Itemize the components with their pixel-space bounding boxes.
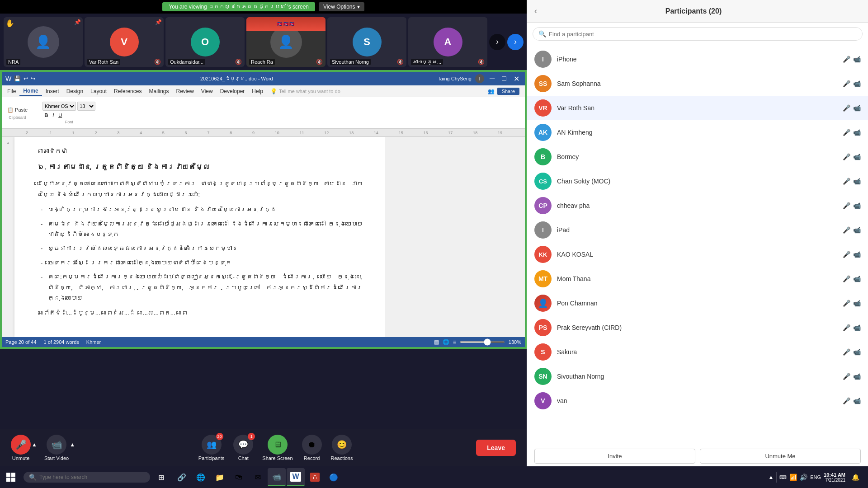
unmute-btn[interactable]: 🎤 Unmute bbox=[11, 435, 31, 461]
participant-row-van[interactable]: V van 🎤 📹 bbox=[527, 389, 868, 413]
participant-row-sivouthan[interactable]: SN Sivouthan Norng 🎤 📹 bbox=[527, 364, 868, 389]
participant-row-ankimheng[interactable]: AK AN Kimheng 🎤 📹 bbox=[527, 120, 868, 145]
participants-btn[interactable]: 👥 20 Participants bbox=[198, 435, 224, 461]
zoom-slider[interactable] bbox=[460, 341, 505, 343]
taskbar-store-btn[interactable]: 🛍 bbox=[230, 468, 248, 486]
participant-thumb-oukdamsidar[interactable]: O Oukdamsidar... 🔇 bbox=[165, 17, 245, 67]
collapse-panel-btn[interactable]: ‹ bbox=[534, 6, 537, 16]
taskbar-files-btn[interactable]: 📁 bbox=[211, 468, 229, 486]
participant-thumb-varrothsan[interactable]: V Var Roth San 🔇 📌 bbox=[85, 17, 164, 67]
taskbar-word-btn[interactable]: W bbox=[287, 468, 305, 486]
word-icon-taskbar: W bbox=[290, 472, 301, 482]
participant-row-ipad[interactable]: I iPad 🎤 📹 bbox=[527, 218, 868, 242]
start-video-btn[interactable]: 📹 Start Video bbox=[44, 435, 69, 461]
view-options-btn[interactable]: View Options ▾ bbox=[319, 2, 364, 11]
unmute-chevron[interactable]: ▲ bbox=[32, 441, 37, 454]
taskbar-khmer-btn[interactable]: ក bbox=[306, 468, 324, 486]
font-size-select[interactable]: 13 bbox=[77, 102, 95, 111]
word-minimize-btn[interactable]: ─ bbox=[488, 75, 496, 83]
participant-row-kaokosal[interactable]: KK KAO KOSAL 🎤 📹 bbox=[527, 242, 868, 267]
view-mode-web[interactable]: 🌐 bbox=[443, 339, 449, 345]
mic-off-icon-kk: 🎤 bbox=[843, 251, 850, 258]
volume-icon[interactable]: 🔊 bbox=[800, 474, 807, 481]
camera-off-icon-pc: 📹 bbox=[853, 300, 861, 307]
participant-row-chheav[interactable]: CP chheav pha 🎤 📹 bbox=[527, 193, 868, 218]
menu-help[interactable]: Help bbox=[248, 87, 267, 95]
next-participants-btn[interactable]: › bbox=[489, 34, 505, 50]
expand-tray-icon[interactable]: ▲ bbox=[768, 474, 774, 480]
task-view-btn[interactable]: ⊞ bbox=[152, 468, 170, 486]
network-icon[interactable]: 📶 bbox=[789, 474, 797, 481]
participant-avatar-v: V bbox=[534, 392, 552, 409]
menu-references[interactable]: References bbox=[110, 87, 145, 95]
word-redo[interactable]: ↪ bbox=[31, 75, 35, 82]
participant-name-v: van bbox=[557, 397, 843, 404]
mic-off-icon-cp: 🎤 bbox=[843, 202, 850, 209]
participant-thumb-nra[interactable]: 👤 NRA ✋ 📌 bbox=[4, 17, 83, 67]
participant-row-ponchamnan[interactable]: 👤 Pon Chamnan 🎤 📹 bbox=[527, 291, 868, 315]
bold-btn[interactable]: B bbox=[42, 112, 50, 118]
reactions-btn[interactable]: 😊 Reactions bbox=[331, 435, 353, 461]
participant-search-input[interactable] bbox=[549, 31, 857, 38]
participant-row-momthana[interactable]: MT Mom Thana 🎤 📹 bbox=[527, 267, 868, 291]
participant-avatar-ipad: I bbox=[534, 221, 552, 239]
taskbar-links-btn[interactable]: 🔗 bbox=[173, 468, 191, 486]
participant-row-iphone[interactable]: I iPhone 🎤 📹 bbox=[527, 47, 868, 71]
zoom-toolbar: 🎤 Unmute ▲ 📹 Start Video ▲ 👥 20 Particip… bbox=[0, 429, 527, 466]
participant-row-sakura[interactable]: S Sakura 🎤 📹 bbox=[527, 340, 868, 364]
word-close-btn[interactable]: ✕ bbox=[512, 75, 521, 83]
taskbar-edge-btn[interactable]: 🌐 bbox=[192, 468, 210, 486]
participant-row-bormey[interactable]: B Bormey 🎤 📹 bbox=[527, 145, 868, 169]
menu-mailings[interactable]: Mailings bbox=[145, 87, 172, 95]
language-indicator[interactable]: ENG bbox=[810, 474, 821, 480]
word-quick-save[interactable]: 💾 bbox=[14, 75, 21, 82]
menu-insert[interactable]: Insert bbox=[42, 87, 63, 95]
invite-btn[interactable]: Invite bbox=[534, 449, 695, 464]
underline-btn[interactable]: U bbox=[57, 112, 64, 118]
menu-view[interactable]: View bbox=[198, 87, 217, 95]
unmute-group: 🎤 Unmute ▲ bbox=[11, 435, 37, 461]
chat-btn[interactable]: 💬 1 Chat bbox=[233, 435, 253, 461]
menu-file[interactable]: File bbox=[4, 87, 19, 95]
participant-avatar-ps: PS bbox=[534, 319, 552, 336]
taskbar-mail-btn[interactable]: ✉ bbox=[249, 468, 267, 486]
start-button[interactable] bbox=[0, 466, 22, 488]
menu-review[interactable]: Review bbox=[172, 87, 197, 95]
word-restore-btn[interactable]: □ bbox=[500, 75, 508, 83]
notification-btn[interactable]: 🔔 bbox=[848, 470, 863, 484]
participant-thumb-last[interactable]: A អាយម្ភូស... 🔇 bbox=[408, 17, 487, 67]
task-view-icon: ⊞ bbox=[158, 473, 164, 482]
keyboard-icon[interactable]: ⌨ bbox=[779, 474, 787, 480]
share-screen-btn[interactable]: 🖥 Share Screen bbox=[262, 435, 292, 461]
menu-design[interactable]: Design bbox=[63, 87, 87, 95]
panel-actions: Invite Unmute Me bbox=[527, 444, 868, 468]
taskbar-search-input[interactable] bbox=[39, 474, 134, 480]
video-chevron[interactable]: ▲ bbox=[70, 441, 75, 454]
word-undo[interactable]: ↩ bbox=[24, 75, 28, 82]
view-mode-print[interactable]: ▤ bbox=[434, 339, 439, 345]
word-page[interactable]: ពាណាជិកម័ា ៦. ការតាមដាន ត្រួតពិនិត្យ និង… bbox=[14, 137, 385, 337]
record-btn[interactable]: ⏺ Record bbox=[302, 435, 322, 461]
participant-row-chansokty[interactable]: CS Chan Sokty (MOC) 🎤 📹 bbox=[527, 169, 868, 193]
view-mode-outline[interactable]: ≡ bbox=[453, 339, 456, 345]
participant-thumb-sivouthan[interactable]: S Sivouthan Norng 🔇 bbox=[327, 17, 406, 67]
participant-row-samsophanna[interactable]: SS Sam Sophanna 🎤 📹 bbox=[527, 71, 868, 96]
menu-layout[interactable]: Layout bbox=[87, 87, 110, 95]
participant-row-varrothsan[interactable]: VR Var Roth San 🎤 📹 bbox=[527, 96, 868, 120]
participant-row-praksereyvath[interactable]: PS Prak Sereyvath (CIRD) 🎤 📹 bbox=[527, 315, 868, 340]
ribbon-paste-btn[interactable]: 📋 Paste bbox=[5, 106, 29, 114]
svg-rect-1 bbox=[11, 473, 15, 477]
participant-thumb-reachra[interactable]: 👤 🇰🇭 🇰🇭 🇰🇭 Reach Ra 🔇 bbox=[246, 17, 326, 67]
leave-btn[interactable]: Leave bbox=[476, 440, 516, 456]
taskbar-clock[interactable]: 10:41 AM 7/21/2021 bbox=[824, 472, 845, 483]
taskbar-zoom-btn[interactable]: 📹 bbox=[268, 468, 286, 486]
menu-developer[interactable]: Developer bbox=[217, 87, 249, 95]
word-share-btn[interactable]: Share bbox=[497, 88, 519, 95]
menu-home[interactable]: Home bbox=[19, 87, 42, 96]
font-family-select[interactable]: Khmer OS bbox=[42, 102, 76, 111]
italic-btn[interactable]: I bbox=[51, 112, 56, 118]
taskbar-search[interactable]: 🔍 bbox=[24, 472, 150, 483]
word-title: 20210624_ដំបូន្ម...doc - Word bbox=[200, 76, 273, 81]
taskbar-chrome-btn[interactable]: 🔵 bbox=[325, 468, 343, 486]
unmute-me-btn[interactable]: Unmute Me bbox=[700, 449, 861, 464]
